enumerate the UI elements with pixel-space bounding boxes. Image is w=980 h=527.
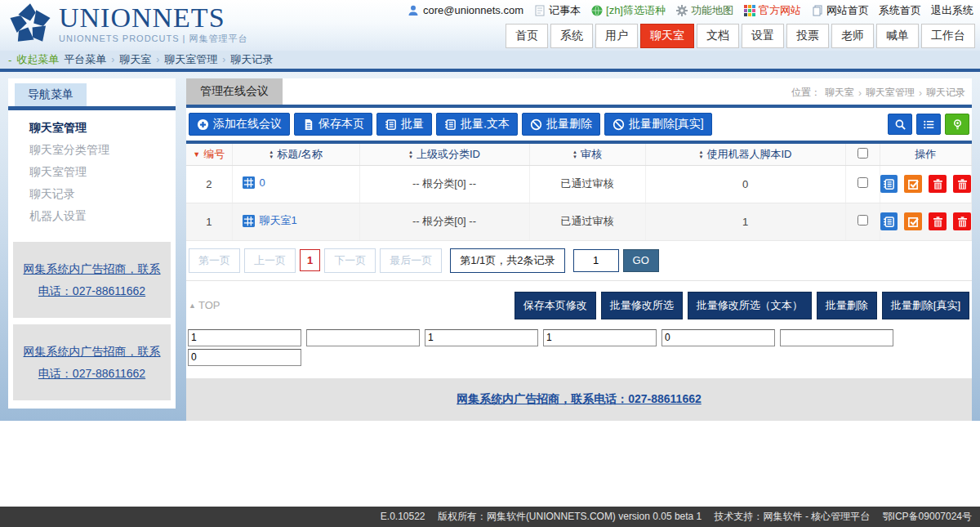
brand-subtitle: UNIONNETS PRODCUTS | 网集管理平台 bbox=[59, 33, 248, 45]
batch-text-button[interactable]: 批量.文本 bbox=[436, 113, 518, 136]
sidebar-item-chatroom-manage[interactable]: 聊天室管理 bbox=[8, 161, 176, 183]
nav-tab-system[interactable]: 系统 bbox=[550, 24, 593, 48]
batch-edit-selected-text-button[interactable]: 批量修改所选（文本） bbox=[688, 292, 812, 319]
ad-link[interactable]: 网集系统内广告招商，联系电话：027-88611662 bbox=[24, 345, 161, 380]
logout-link[interactable]: 退出系统 bbox=[931, 3, 973, 18]
sidebar-item-chatroom-manage-head[interactable]: 聊天室管理 bbox=[8, 117, 176, 139]
row-checkbox[interactable] bbox=[858, 215, 868, 226]
row-checkbox[interactable] bbox=[858, 177, 868, 188]
location-item[interactable]: 聊天室管理 bbox=[866, 86, 915, 100]
row-delete-real-button[interactable] bbox=[953, 212, 971, 230]
save-page-button[interactable]: 保存本页 bbox=[294, 113, 372, 136]
footer: E.0.10522 版权所有：网集软件(UNIONNETS.COM) versi… bbox=[0, 507, 980, 527]
row-delete-button[interactable] bbox=[929, 212, 947, 230]
site-home-link[interactable]: 网站首页 bbox=[811, 3, 869, 18]
trash-icon bbox=[956, 178, 969, 190]
batch-button[interactable]: 批量 bbox=[376, 113, 432, 136]
nav-tab-vote[interactable]: 投票 bbox=[786, 24, 829, 48]
table-row: 2 0 -- 根分类[0] -- 已通过审核 0 bbox=[186, 165, 972, 203]
bulk-field-2[interactable] bbox=[306, 329, 420, 346]
column-header-audit[interactable]: ▲▼审核 bbox=[529, 142, 645, 165]
bulk-field-6[interactable] bbox=[780, 329, 893, 346]
back-to-top-link[interactable]: ▲ TOP bbox=[189, 299, 220, 311]
row-detail-button[interactable] bbox=[880, 175, 898, 193]
batch-delete-real-bottom-button[interactable]: 批量删除[真实] bbox=[882, 292, 969, 319]
notebook-link[interactable]: 记事本 bbox=[533, 3, 581, 18]
bulk-field-7[interactable] bbox=[188, 349, 301, 366]
row-delete-button[interactable] bbox=[929, 175, 947, 193]
content-ad-bar: 网集系统内广告招商，联系电话：027-88611662 bbox=[186, 378, 972, 421]
location-item[interactable]: 聊天记录 bbox=[926, 86, 965, 100]
official-site-link[interactable]: 官方网站 bbox=[743, 3, 801, 18]
language-filter-link[interactable]: [zh]筛选语种 bbox=[590, 3, 666, 18]
batch-delete-bottom-button[interactable]: 批量删除 bbox=[817, 292, 877, 319]
row-delete-real-button[interactable] bbox=[953, 175, 971, 193]
prev-page-button[interactable]: 上一页 bbox=[244, 248, 296, 273]
batch-delete-button[interactable]: 批量删除 bbox=[522, 113, 600, 136]
row-select-button[interactable] bbox=[904, 212, 922, 230]
nav-tab-home[interactable]: 首页 bbox=[506, 24, 548, 48]
column-header-id[interactable]: ▼编号 bbox=[186, 142, 232, 165]
bulk-field-4[interactable] bbox=[543, 329, 657, 346]
room-link[interactable]: 聊天室1 bbox=[243, 213, 297, 228]
column-header-title[interactable]: ▲▼标题/名称 bbox=[232, 142, 359, 165]
column-header-script[interactable]: ▲▼使用机器人脚本ID bbox=[645, 142, 845, 165]
room-link[interactable]: 0 bbox=[243, 176, 265, 189]
add-meeting-button[interactable]: 添加在线会议 bbox=[189, 113, 290, 136]
breadcrumb-item-chat-records[interactable]: 聊天记录 bbox=[230, 52, 273, 67]
page-number-input[interactable] bbox=[573, 249, 619, 272]
cell-ops bbox=[880, 165, 972, 203]
go-button[interactable]: GO bbox=[623, 249, 659, 272]
user-icon bbox=[407, 4, 420, 17]
save-page-edits-button[interactable]: 保存本页修改 bbox=[514, 292, 596, 319]
collapse-menu-dash: - bbox=[8, 54, 11, 66]
trash-icon bbox=[932, 216, 944, 228]
ad-link[interactable]: 网集系统内广告招商，联系电话：027-88611662 bbox=[24, 262, 161, 297]
column-header-parent[interactable]: ▲▼上级或分类ID bbox=[359, 142, 529, 165]
sidebar-menu: 聊天室管理 聊天室分类管理 聊天室管理 聊天记录 机器人设置 bbox=[8, 110, 176, 235]
nav-tab-chatroom[interactable]: 聊天室 bbox=[640, 24, 694, 48]
select-all-checkbox[interactable] bbox=[858, 148, 868, 159]
content-tab: 管理在线会议 bbox=[186, 78, 283, 105]
last-page-button[interactable]: 最后一页 bbox=[380, 248, 442, 273]
sidebar-item-chatroom-category[interactable]: 聊天室分类管理 bbox=[8, 139, 176, 161]
location-item[interactable]: 聊天室 bbox=[825, 86, 854, 100]
row-select-button[interactable] bbox=[904, 175, 922, 193]
sort-icon: ▲▼ bbox=[572, 150, 577, 159]
first-page-button[interactable]: 第一页 bbox=[189, 248, 240, 273]
system-home-link[interactable]: 系统首页 bbox=[879, 3, 921, 18]
nav-tab-call[interactable]: 喊单 bbox=[876, 24, 919, 48]
breadcrumb-root[interactable]: 平台菜单 bbox=[64, 52, 106, 67]
function-map-link[interactable]: 功能地图 bbox=[675, 3, 733, 18]
room-grid-icon bbox=[243, 215, 255, 227]
nav-tab-users[interactable]: 用户 bbox=[595, 24, 638, 48]
sidebar-item-robot-settings[interactable]: 机器人设置 bbox=[8, 205, 176, 227]
sidebar-item-chat-records[interactable]: 聊天记录 bbox=[8, 183, 176, 205]
bulk-field-1[interactable] bbox=[188, 329, 301, 346]
sort-icon: ▲▼ bbox=[408, 150, 413, 159]
next-page-button[interactable]: 下一页 bbox=[324, 248, 376, 273]
cell-audit: 已通过审核 bbox=[529, 165, 645, 203]
block-icon bbox=[612, 118, 625, 131]
breadcrumb-item-chatroom-manage[interactable]: 聊天室管理 bbox=[164, 52, 217, 67]
tips-button[interactable] bbox=[945, 114, 969, 135]
search-button[interactable] bbox=[888, 114, 912, 135]
list-view-button[interactable] bbox=[916, 114, 941, 135]
batch-edit-selected-button[interactable]: 批量修改所选 bbox=[601, 292, 683, 319]
cell-checkbox bbox=[845, 165, 880, 203]
row-detail-button[interactable] bbox=[880, 212, 898, 230]
ad-link[interactable]: 网集系统内广告招商，联系电话：027-88611662 bbox=[457, 392, 702, 407]
bulk-field-3[interactable] bbox=[425, 329, 538, 346]
nav-tab-workbench[interactable]: 工作台 bbox=[921, 24, 975, 48]
location-prefix: 位置： bbox=[791, 86, 821, 100]
batch-delete-real-button[interactable]: 批量删除[真实] bbox=[604, 113, 712, 136]
nav-tab-settings[interactable]: 设置 bbox=[742, 24, 784, 48]
nav-tab-docs[interactable]: 文档 bbox=[697, 24, 739, 48]
cell-parent: -- 根分类[0] -- bbox=[359, 165, 529, 203]
bulk-field-5[interactable] bbox=[662, 329, 775, 346]
breadcrumb-item-chatroom[interactable]: 聊天室 bbox=[119, 52, 151, 67]
collapse-menu-link[interactable]: 收起菜单 bbox=[16, 52, 59, 67]
current-page-button[interactable]: 1 bbox=[300, 249, 320, 271]
nav-tab-teacher[interactable]: 老师 bbox=[831, 24, 874, 48]
location-separator: › bbox=[858, 87, 862, 99]
